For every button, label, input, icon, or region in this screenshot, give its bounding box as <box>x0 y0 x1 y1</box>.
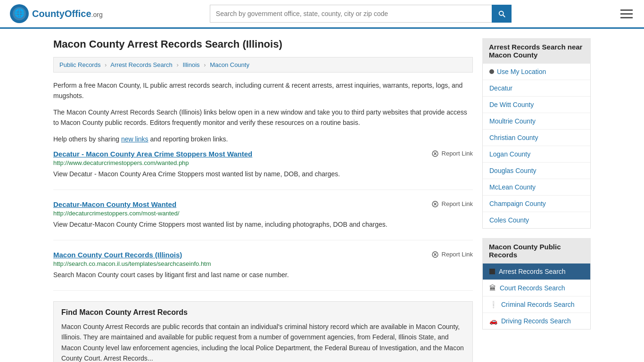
list-item[interactable]: Christian County <box>483 130 590 146</box>
result-title[interactable]: Decatur-Macon County Most Wanted <box>53 200 176 208</box>
new-links-link[interactable]: new links <box>121 135 149 143</box>
breadcrumb-sep: › <box>105 61 107 68</box>
page-title: Macon County Arrest Records Search (Illi… <box>53 38 473 50</box>
header: 🌐 CountyOffice.org <box>0 0 644 29</box>
report-icon <box>431 200 439 208</box>
nearby-link[interactable]: De Witt County <box>489 101 534 108</box>
report-icon <box>431 251 439 258</box>
nearby-link[interactable]: Moultrie County <box>489 117 536 125</box>
report-link-button[interactable]: Report Link <box>431 200 473 208</box>
nearby-link[interactable]: Douglas County <box>489 167 537 174</box>
result-url[interactable]: http://search.co.macon.il.us/templates/s… <box>53 260 473 267</box>
nearby-list: Use My Location Decatur De Witt County M… <box>482 64 591 229</box>
nearby-link[interactable]: Decatur <box>489 84 512 92</box>
result-item: Macon County Court Records (Illinois) Re… <box>53 251 473 291</box>
logo[interactable]: 🌐 CountyOffice.org <box>9 4 103 24</box>
report-label: Report Link <box>442 251 473 258</box>
report-link-button[interactable]: Report Link <box>431 251 473 258</box>
search-button[interactable] <box>492 5 512 23</box>
list-item[interactable]: Coles County <box>483 212 590 228</box>
public-records-item-arrest[interactable]: Arrest Records Search <box>483 263 590 280</box>
find-section-title: Find Macon County Arrest Records <box>61 308 465 317</box>
public-records-list: Arrest Records Search 🏛 Court Records Se… <box>482 263 591 329</box>
report-link-button[interactable]: Report Link <box>431 150 473 157</box>
result-description: Search Macon County court cases by litig… <box>53 270 473 280</box>
menu-line <box>620 9 633 11</box>
main-container: Macon County Arrest Records Search (Illi… <box>44 29 600 362</box>
arrest-records-link[interactable]: Arrest Records Search <box>499 268 566 275</box>
menu-line <box>620 13 633 15</box>
result-item: Decatur-Macon County Most Wanted Report … <box>53 200 473 240</box>
find-section: Find Macon County Arrest Records Macon C… <box>53 301 473 362</box>
logo-text: CountyOffice.org <box>32 8 103 19</box>
result-description: View Decatur-Macon County Crime Stoppers… <box>53 220 473 230</box>
list-item[interactable]: De Witt County <box>483 97 590 113</box>
arrest-records-icon <box>489 269 495 274</box>
nearby-section: Arrest Records Search near Macon County … <box>482 38 591 229</box>
result-item: Decatur - Macon County Area Crime Stoppe… <box>53 150 473 190</box>
menu-line <box>620 17 633 18</box>
report-icon <box>431 150 439 157</box>
report-label: Report Link <box>442 150 473 157</box>
list-item[interactable]: Decatur <box>483 80 590 97</box>
breadcrumb-illinois[interactable]: Illinois <box>182 61 199 68</box>
nearby-link[interactable]: Coles County <box>489 216 529 224</box>
result-title[interactable]: Decatur - Macon County Area Crime Stoppe… <box>53 150 252 158</box>
report-label: Report Link <box>442 200 473 207</box>
breadcrumb-public-records[interactable]: Public Records <box>59 61 100 68</box>
result-header: Decatur - Macon County Area Crime Stoppe… <box>53 150 473 158</box>
public-records-header: Macon County Public Records <box>482 238 591 263</box>
result-description: View Decatur - Macon County Area Crime S… <box>53 169 473 179</box>
breadcrumb: Public Records › Arrest Records Search ›… <box>53 57 473 73</box>
sidebar: Arrest Records Search near Macon County … <box>482 38 591 362</box>
use-my-location-link[interactable]: Use My Location <box>497 68 546 75</box>
result-header: Macon County Court Records (Illinois) Re… <box>53 251 473 259</box>
list-item[interactable]: Champaign County <box>483 196 590 212</box>
search-icon <box>497 9 506 18</box>
list-item[interactable]: Douglas County <box>483 163 590 179</box>
result-header: Decatur-Macon County Most Wanted Report … <box>53 200 473 208</box>
public-records-item-court[interactable]: 🏛 Court Records Search <box>483 280 590 296</box>
logo-icon: 🌐 <box>9 4 29 24</box>
intro-paragraph-3: Help others by sharing new links and rep… <box>53 134 473 144</box>
public-records-section: Macon County Public Records Arrest Recor… <box>482 238 591 329</box>
breadcrumb-sep: › <box>176 61 178 68</box>
list-item[interactable]: McLean County <box>483 179 590 196</box>
breadcrumb-sep: › <box>204 61 206 68</box>
intro-paragraph-1: Perform a free Macon County, IL public a… <box>53 80 473 101</box>
intro3-prefix: Help others by sharing <box>53 135 121 143</box>
location-icon <box>489 69 494 74</box>
result-url[interactable]: http://decaturcrimestoppers.com/most-wan… <box>53 210 473 217</box>
court-records-icon: 🏛 <box>489 284 496 292</box>
nearby-link[interactable]: Christian County <box>489 134 538 141</box>
public-records-item-criminal[interactable]: ❕ Criminal Records Search <box>483 296 590 313</box>
breadcrumb-arrest-records[interactable]: Arrest Records Search <box>110 61 173 68</box>
search-bar <box>210 5 512 23</box>
driving-records-link[interactable]: Driving Records Search <box>501 317 571 325</box>
menu-button[interactable] <box>619 8 635 20</box>
intro-paragraph-2: The Macon County Arrest Records Search (… <box>53 107 473 128</box>
result-title[interactable]: Macon County Court Records (Illinois) <box>53 251 182 259</box>
nearby-link[interactable]: Champaign County <box>489 200 546 207</box>
public-records-item-driving[interactable]: 🚗 Driving Records Search <box>483 313 590 329</box>
nearby-link[interactable]: McLean County <box>489 183 536 191</box>
nearby-header: Arrest Records Search near Macon County <box>482 38 591 64</box>
criminal-records-icon: ❕ <box>489 301 497 308</box>
intro3-suffix: and reporting broken links. <box>149 135 228 143</box>
find-section-description: Macon County Arrest Records are public r… <box>61 321 465 362</box>
svg-text:🌐: 🌐 <box>14 8 25 18</box>
breadcrumb-macon[interactable]: Macon County <box>210 61 249 68</box>
main-content: Macon County Arrest Records Search (Illi… <box>53 38 473 362</box>
driving-records-icon: 🚗 <box>489 317 497 325</box>
list-item[interactable]: Logan County <box>483 146 590 163</box>
use-my-location-item[interactable]: Use My Location <box>483 64 590 80</box>
list-item[interactable]: Moultrie County <box>483 113 590 130</box>
nearby-link[interactable]: Logan County <box>489 150 530 158</box>
criminal-records-link[interactable]: Criminal Records Search <box>501 301 575 308</box>
court-records-link[interactable]: Court Records Search <box>500 284 565 292</box>
result-url[interactable]: http://www.decaturcrimestoppers.com/want… <box>53 159 473 166</box>
search-input[interactable] <box>210 5 492 23</box>
